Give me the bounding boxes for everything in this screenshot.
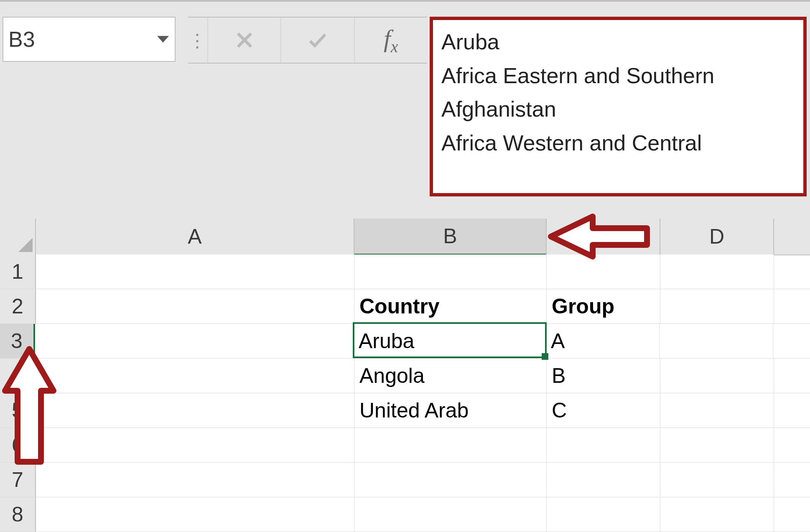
select-all-corner[interactable]: [0, 219, 36, 255]
row-8: 8: [0, 497, 810, 532]
row-6: 6: [0, 428, 810, 463]
cell-A5[interactable]: [36, 393, 354, 428]
column-header-A[interactable]: A: [36, 219, 354, 255]
enter-button[interactable]: [281, 18, 354, 63]
cell-B7[interactable]: [354, 463, 547, 497]
cell-A3[interactable]: [35, 324, 354, 358]
cell-B2[interactable]: Country: [354, 289, 547, 323]
insert-function-button[interactable]: fx: [355, 18, 427, 63]
formula-bar-area: B3 ⋮ fx Aruba Africa Eastern and Souther…: [0, 0, 810, 220]
cell-B1[interactable]: [354, 255, 547, 289]
cell-C2[interactable]: Group: [547, 289, 660, 323]
cell-D2[interactable]: [660, 289, 774, 323]
row-header-1[interactable]: 1: [0, 255, 36, 289]
column-headers: A B C D: [0, 219, 810, 255]
row-header-3[interactable]: 3: [0, 324, 35, 358]
cell-B8[interactable]: [354, 497, 547, 532]
grid-body[interactable]: 12CountryGroup3ArubaA4AngolaB5United Ara…: [0, 255, 810, 532]
row-header-4[interactable]: 4: [0, 359, 36, 393]
cell-A1[interactable]: [36, 255, 354, 289]
row-4: 4AngolaB: [0, 359, 810, 393]
cell-C1[interactable]: [547, 255, 660, 289]
formula-line: Africa Western and Central: [441, 126, 795, 160]
spreadsheet-grid: A B C D 12CountryGroup3ArubaA4AngolaB5Un…: [0, 219, 810, 532]
cell-D1[interactable]: [660, 255, 774, 289]
cell-D4[interactable]: [660, 359, 774, 393]
cell-D8[interactable]: [660, 497, 774, 532]
row-5: 5United ArabC: [0, 393, 810, 428]
cell-B4[interactable]: Angola: [354, 359, 547, 393]
expand-handle-icon[interactable]: ⋮: [188, 18, 208, 63]
row-header-6[interactable]: 6: [0, 428, 36, 462]
formula-line: Africa Eastern and Southern: [441, 59, 795, 93]
cell-B3[interactable]: Aruba: [354, 324, 546, 358]
cell-A7[interactable]: [36, 463, 354, 497]
column-header-D[interactable]: D: [660, 219, 774, 255]
cell-D6[interactable]: [660, 428, 774, 462]
check-icon: [305, 29, 330, 51]
cell-C3[interactable]: A: [546, 324, 660, 358]
cell-C4[interactable]: B: [547, 359, 660, 393]
cell-A4[interactable]: [36, 359, 354, 393]
cell-A2[interactable]: [36, 289, 354, 323]
row-1: 1: [0, 255, 810, 289]
cell-B6[interactable]: [354, 428, 547, 462]
cell-C7[interactable]: [547, 463, 660, 497]
name-box-value: B3: [8, 27, 35, 52]
row-header-8[interactable]: 8: [0, 497, 36, 532]
dropdown-icon[interactable]: [157, 36, 169, 43]
row-header-5[interactable]: 5: [0, 393, 36, 428]
cell-D3[interactable]: [660, 324, 773, 358]
row-3: 3ArubaA: [0, 324, 810, 359]
name-box[interactable]: B3: [3, 17, 176, 62]
cell-D5[interactable]: [660, 393, 774, 428]
row-7: 7: [0, 463, 810, 497]
x-icon: [233, 29, 256, 51]
formula-bar-buttons: ⋮ fx: [188, 17, 427, 64]
cell-C5[interactable]: C: [547, 393, 660, 428]
row-header-2[interactable]: 2: [0, 289, 36, 323]
cell-B5[interactable]: United Arab: [354, 393, 547, 428]
formula-bar-input[interactable]: Aruba Africa Eastern and Southern Afghan…: [430, 17, 807, 196]
cell-A6[interactable]: [36, 428, 354, 462]
cell-D7[interactable]: [660, 463, 774, 497]
cell-C8[interactable]: [547, 497, 660, 532]
fx-icon: fx: [384, 24, 398, 56]
column-header-C[interactable]: C: [547, 219, 660, 255]
formula-line: Aruba: [441, 25, 795, 59]
cell-C6[interactable]: [547, 428, 660, 462]
cancel-button[interactable]: [208, 18, 281, 63]
cell-A8[interactable]: [36, 497, 354, 532]
column-header-B[interactable]: B: [354, 219, 547, 255]
row-2: 2CountryGroup: [0, 289, 810, 324]
formula-line: Afghanistan: [441, 92, 795, 126]
row-header-7[interactable]: 7: [0, 463, 36, 497]
